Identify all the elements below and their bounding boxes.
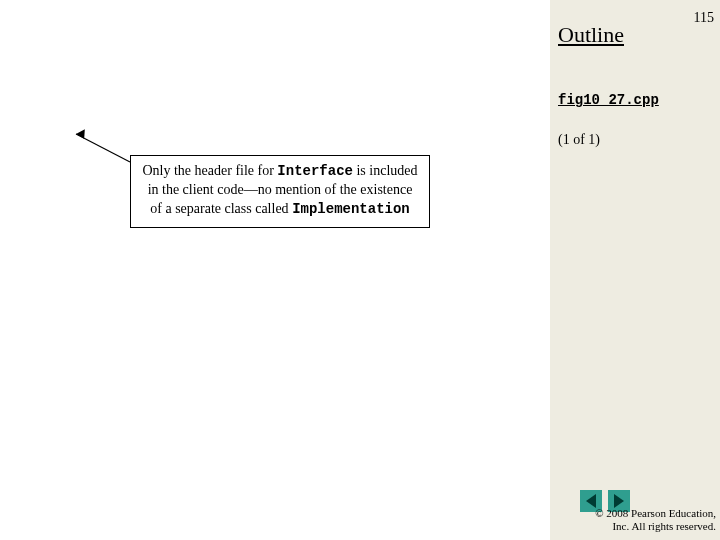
page-of-label: (1 of 1) [558,132,600,148]
callout-box: Only the header file for Interface is in… [130,155,430,228]
page-number: 115 [694,10,714,26]
copyright-line-1: © 2008 Pearson Education, [595,507,716,521]
copyright: © 2008 Pearson Education, Inc. All right… [595,507,716,535]
copyright-line-2: Inc. All rights reserved. [595,520,716,534]
right-panel: 115 Outline fig10_27.cpp (1 of 1) [550,0,720,540]
outline-title: Outline [558,22,624,48]
callout-code-2: Implementation [292,201,410,217]
callout-text-1: Only the header file for [142,163,277,178]
file-name-label: fig10_27.cpp [558,92,659,108]
callout-code-1: Interface [277,163,353,179]
